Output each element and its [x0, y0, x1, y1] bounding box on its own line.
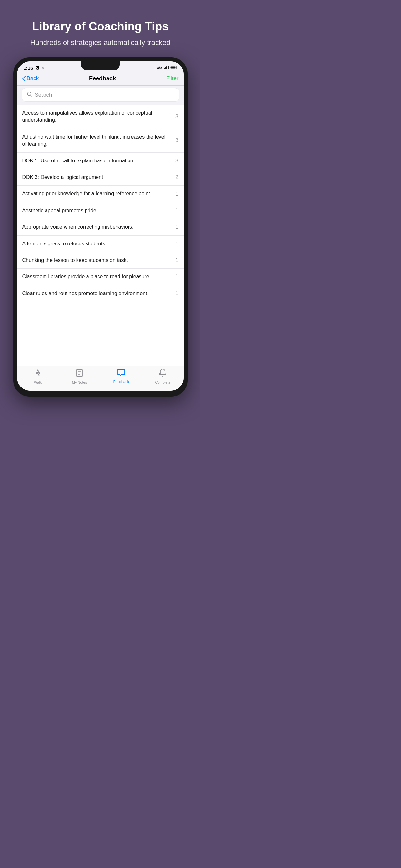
signal-icon — [164, 66, 169, 70]
list-item[interactable]: Aesthetic appeal promotes pride. 1 — [17, 203, 184, 219]
svg-rect-1 — [165, 67, 166, 69]
list-item[interactable]: Adjusting wait time for higher level thi… — [17, 129, 184, 153]
item-text: DOK 3: Develop a logical argument — [22, 174, 172, 181]
svg-point-8 — [37, 369, 39, 371]
search-container: Search — [17, 86, 184, 105]
feedback-list: Access to manipulatives allows explorati… — [17, 105, 184, 366]
filter-button[interactable]: Filter — [166, 75, 179, 82]
tab-label: Walk — [34, 380, 42, 384]
item-text: DOK 1: Use of recall to explain basic in… — [22, 157, 172, 164]
app-title: Library of Coaching Tips — [30, 20, 170, 33]
item-text: Clear rules and routines promote learnin… — [22, 290, 172, 297]
item-count: 1 — [172, 257, 179, 264]
navigation-bar: Back Feedback Filter — [17, 73, 184, 86]
svg-rect-0 — [164, 68, 165, 69]
list-item[interactable]: Appropriate voice when correcting misbeh… — [17, 219, 184, 236]
item-count: 1 — [172, 224, 179, 230]
svg-rect-6 — [171, 66, 175, 68]
notes-icon — [76, 369, 83, 379]
chevron-left-icon — [22, 76, 26, 82]
list-item[interactable]: Classroom libraries provide a place to r… — [17, 269, 184, 285]
tab-feedback[interactable]: Feedback — [112, 369, 131, 384]
tab-walk[interactable]: Walk — [28, 369, 48, 384]
tab-my-notes[interactable]: My Notes — [70, 369, 89, 384]
svg-rect-2 — [166, 66, 167, 69]
back-label: Back — [27, 75, 39, 82]
list-item[interactable]: Activating prior knowledge for a learnin… — [17, 186, 184, 202]
tab-label: My Notes — [72, 380, 87, 384]
tab-complete[interactable]: Complete — [153, 369, 173, 384]
item-text: Access to manipulatives allows explorati… — [22, 110, 172, 124]
item-count: 1 — [172, 274, 179, 280]
feedback-icon — [117, 369, 125, 378]
phone-notch — [81, 61, 120, 70]
search-icon — [27, 92, 32, 98]
phone-frame: 1:16 🖼 ✕ — [13, 58, 188, 397]
item-text: Adjusting wait time for higher level thi… — [22, 133, 172, 148]
item-text: Chunking the lesson to keep students on … — [22, 257, 172, 264]
search-bar[interactable]: Search — [22, 88, 179, 102]
item-text: Aesthetic appeal promotes pride. — [22, 207, 172, 214]
nav-title: Feedback — [89, 75, 116, 82]
list-item[interactable]: DOK 1: Use of recall to explain basic in… — [17, 153, 184, 169]
item-count: 3 — [172, 158, 179, 164]
svg-rect-3 — [167, 66, 168, 69]
back-button[interactable]: Back — [22, 75, 39, 82]
item-count: 1 — [172, 290, 179, 297]
item-count: 2 — [172, 174, 179, 181]
item-count: 3 — [172, 113, 179, 120]
list-item[interactable]: Chunking the lesson to keep students on … — [17, 252, 184, 269]
item-text: Attention signals to refocus students. — [22, 240, 172, 247]
item-text: Appropriate voice when correcting misbeh… — [22, 223, 172, 230]
app-subtitle: Hundreds of strategies automatically tra… — [30, 38, 170, 48]
search-placeholder: Search — [35, 92, 52, 98]
list-item[interactable]: Attention signals to refocus students. 1 — [17, 236, 184, 252]
item-text: Activating prior knowledge for a learnin… — [22, 190, 172, 197]
phone-screen: 1:16 🖼 ✕ — [17, 61, 184, 391]
list-item[interactable]: Access to manipulatives allows explorati… — [17, 105, 184, 129]
tab-label: Feedback — [113, 380, 129, 383]
item-text: Classroom libraries provide a place to r… — [22, 273, 172, 280]
status-left: 1:16 🖼 ✕ — [24, 65, 44, 71]
image-icon: 🖼 — [35, 66, 39, 70]
item-count: 3 — [172, 137, 179, 144]
app-header: Library of Coaching Tips Hundreds of str… — [17, 13, 183, 58]
item-count: 1 — [172, 191, 179, 197]
x-icon: ✕ — [41, 66, 44, 70]
list-item[interactable]: DOK 3: Develop a logical argument 2 — [17, 169, 184, 186]
battery-icon — [170, 66, 177, 70]
svg-rect-5 — [177, 66, 177, 68]
wifi-icon — [157, 65, 162, 70]
complete-icon — [159, 369, 166, 379]
list-item[interactable]: Clear rules and routines promote learnin… — [17, 285, 184, 302]
walk-icon — [34, 369, 42, 379]
tab-label: Complete — [155, 380, 170, 384]
status-icons — [157, 65, 177, 70]
item-count: 1 — [172, 207, 179, 214]
item-count: 1 — [172, 241, 179, 247]
status-time: 1:16 — [24, 65, 33, 71]
tab-bar: Walk My Notes Feedback Complete — [17, 366, 184, 391]
